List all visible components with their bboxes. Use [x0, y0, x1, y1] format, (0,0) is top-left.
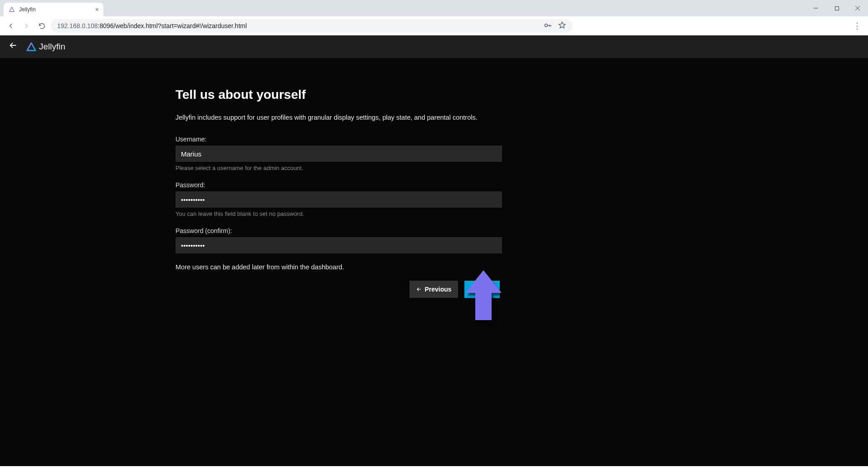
browser-tab-strip: Jellyfin × [0, 0, 868, 16]
callout-arrow-icon [465, 270, 502, 320]
bookmark-star-icon[interactable] [558, 21, 566, 30]
username-help: Please select a username for the admin a… [176, 165, 502, 171]
previous-label: Previous [425, 286, 452, 293]
app-back-icon[interactable] [8, 40, 18, 53]
window-maximize-icon[interactable] [826, 0, 847, 16]
jellyfin-favicon [8, 6, 15, 13]
password-confirm-group: Password (confirm): [176, 227, 502, 253]
jellyfin-icon [26, 42, 36, 52]
password-help: You can leave this field blank to set no… [176, 210, 502, 217]
wizard-panel: Tell us about yourself Jellyfin includes… [176, 88, 502, 298]
brand-name: Jellyfin [39, 42, 65, 52]
app-body: Tell us about yourself Jellyfin includes… [0, 58, 868, 466]
password-group: Password: You can leave this field blank… [176, 181, 502, 217]
arrow-left-icon [416, 286, 422, 292]
browser-tab[interactable]: Jellyfin × [4, 3, 103, 16]
wizard-buttons: Previous Next [176, 281, 500, 298]
password-confirm-label: Password (confirm): [176, 227, 502, 234]
url-path: :8096/web/index.html?start=wizard#!/wiza… [98, 22, 247, 29]
previous-button[interactable]: Previous [410, 281, 458, 298]
password-label: Password: [176, 181, 502, 189]
close-tab-icon[interactable]: × [95, 6, 99, 13]
username-label: Username: [176, 136, 502, 143]
tab-title: Jellyfin [19, 6, 36, 13]
username-group: Username: Please select a username for t… [176, 136, 502, 171]
url-host: 192.168.0.108 [57, 22, 98, 29]
window-minimize-icon[interactable] [805, 0, 826, 16]
username-input[interactable] [176, 146, 502, 162]
address-bar[interactable]: 192.168.0.108:8096/web/index.html?start=… [51, 19, 572, 33]
svg-rect-1 [835, 6, 839, 10]
nav-back-icon[interactable] [5, 19, 17, 32]
page-subtitle: Jellyfin includes support for user profi… [176, 114, 502, 121]
more-users-note: More users can be added later from withi… [176, 263, 502, 271]
page-title: Tell us about yourself [176, 88, 502, 102]
nav-forward-icon[interactable] [20, 19, 33, 32]
browser-menu-icon[interactable]: ⋮ [851, 19, 863, 32]
browser-toolbar: 192.168.0.108:8096/web/index.html?start=… [0, 16, 868, 35]
window-close-icon[interactable] [847, 0, 868, 16]
password-confirm-input[interactable] [176, 237, 502, 253]
password-key-icon[interactable] [544, 21, 552, 31]
brand-logo: Jellyfin [26, 42, 65, 52]
svg-point-4 [545, 24, 547, 27]
password-input[interactable] [176, 191, 502, 208]
nav-reload-icon[interactable] [35, 19, 48, 32]
app-header: Jellyfin [0, 35, 868, 58]
